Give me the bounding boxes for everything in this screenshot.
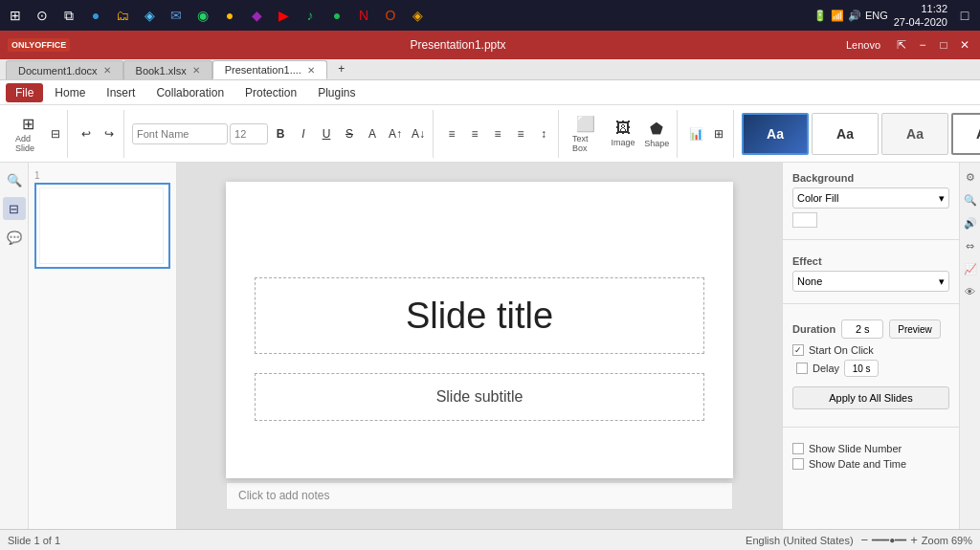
align-objects-btn[interactable]: ⊞ [708,123,729,144]
effect-chevron: ▾ [939,275,945,288]
menu-plugins[interactable]: Plugins [308,83,365,102]
explorer-icon[interactable]: 🗂 [111,4,134,27]
language-indicator: English (United States) [746,535,854,546]
slides-panel-icon[interactable]: ⊟ [3,197,26,220]
window-expand-btn[interactable]: ⇱ [894,37,909,53]
spotify-icon[interactable]: ● [325,4,348,27]
magnify-right-icon[interactable]: 🔍 [962,191,979,209]
window-maximize-btn[interactable]: □ [936,37,951,53]
tab-document[interactable]: Document1.docx ✕ [6,60,123,79]
slide-subtitle-text[interactable]: Slide subtitle [436,388,523,406]
slide-canvas[interactable]: Slide title Slide subtitle [226,182,733,478]
window-close-btn[interactable]: ✕ [957,37,972,53]
font-name-input[interactable] [132,123,228,144]
youtube-icon[interactable]: ▶ [272,4,295,27]
search-side-icon[interactable]: 🔍 [3,168,26,191]
menu-home[interactable]: Home [45,83,95,102]
slide-title-text[interactable]: Slide title [406,296,553,337]
slide-thumbnail[interactable] [34,183,170,269]
color-picker-box[interactable] [792,212,817,228]
align-right-btn[interactable]: ≡ [487,123,508,144]
line-spacing-btn[interactable]: ↕ [533,123,554,144]
edge-icon[interactable]: ● [84,4,107,27]
show-slide-number-checkbox[interactable] [792,443,804,454]
zoom-in-btn[interactable]: + [910,533,918,547]
font-size-input[interactable] [230,123,268,144]
tab-book-close[interactable]: ✕ [192,65,200,76]
onlyoffice-logo[interactable]: ONLYOFFICE [8,38,70,52]
chrome-icon[interactable]: ● [218,4,241,27]
strikethrough-btn[interactable]: S [339,123,360,144]
notes-bar[interactable]: Click to add notes [226,482,733,510]
italic-btn[interactable]: I [293,123,314,144]
shape-btn[interactable]: ⬟ Shape [640,117,673,151]
tab-book[interactable]: Book1.xlsx ✕ [123,60,212,79]
start-button[interactable]: ⊞ [4,4,27,27]
start-on-click-checkbox[interactable]: ✓ [792,344,804,356]
chart-right-icon[interactable]: 📈 [962,260,979,277]
redo-btn[interactable]: ↪ [99,123,120,144]
search-icon[interactable]: ⊙ [31,4,54,27]
eye-right-icon[interactable]: 👁 [962,283,979,300]
new-tab-btn[interactable]: + [331,58,352,79]
undo-btn[interactable]: ↩ [76,123,97,144]
underline-btn[interactable]: U [316,123,337,144]
align-left-btn[interactable]: ≡ [441,123,462,144]
show-date-checkbox[interactable] [792,458,804,470]
image-btn[interactable]: 🖼 Image [608,117,639,150]
whatsapp-icon[interactable]: ◉ [191,4,214,27]
theme-white-btn[interactable]: Aa [812,113,879,155]
bold-btn[interactable]: B [270,123,291,144]
apply-all-slides-btn[interactable]: Apply to All Slides [792,386,949,409]
zoom-out-btn[interactable]: − [861,533,869,547]
store-icon[interactable]: ◈ [138,4,161,27]
office-icon[interactable]: O [379,4,402,27]
preview-btn[interactable]: Preview [889,319,941,339]
slide-layout-btn[interactable]: ⊟ [49,123,63,144]
text-box-btn[interactable]: ⬜ Text Box [567,112,606,156]
delay-input[interactable] [844,360,879,377]
decrease-font-btn[interactable]: A↓ [408,123,429,144]
zoom-slider[interactable]: ━━━●━━ [872,535,906,545]
systray: 🔋 📶 🔊 ENG [813,10,888,22]
volume-right-icon[interactable]: 🔊 [962,214,979,231]
music-icon[interactable]: ♪ [299,4,322,27]
effect-value: None [797,275,822,287]
settings-right-icon[interactable]: ⚙ [962,168,979,186]
menu-protection[interactable]: Protection [235,83,306,102]
main-area: 🔍 ⊟ 💬 1 Slide title Slide subtitle [0,163,980,529]
tab-presentation-close[interactable]: ✕ [307,65,315,76]
effect-select[interactable]: None ▾ [792,271,949,292]
title-box[interactable]: Slide title [255,277,704,354]
color-fill-select[interactable]: Color Fill ▾ [792,187,949,209]
increase-font-btn[interactable]: A↑ [385,123,406,144]
window-minimize-btn[interactable]: − [915,37,930,53]
font-color-btn[interactable]: A [362,123,383,144]
theme-gray-btn[interactable]: Aa [881,113,948,155]
app1-icon[interactable]: ◆ [245,4,268,27]
tab-document-close[interactable]: ✕ [103,65,111,76]
toolbar-group-font: B I U S A A↑ A↓ [128,110,434,158]
mail-icon[interactable]: ✉ [165,4,188,27]
notification-icon[interactable]: □ [953,4,976,27]
theme-outline-btn[interactable]: Aa [951,113,980,155]
netflix-icon[interactable]: N [352,4,375,27]
chart-btn[interactable]: 📊 [685,123,706,144]
resize-right-icon[interactable]: ⇔ [962,237,979,254]
menu-file[interactable]: File [6,83,43,102]
align-center-btn[interactable]: ≡ [464,123,485,144]
stack-icon[interactable]: ◈ [406,4,429,27]
add-slide-btn[interactable]: ⊞ Add Slide [10,112,47,156]
toolbar-group-insert: ⬜ Text Box 🖼 Image ⬟ Shape [563,110,678,158]
tab-presentation[interactable]: Presentation1.... ✕ [212,60,327,79]
menu-collaboration[interactable]: Collaboration [146,83,234,102]
delay-checkbox[interactable] [796,363,808,374]
task-view-icon[interactable]: ⧉ [57,4,80,27]
theme-blue-btn[interactable]: Aa [742,113,809,155]
subtitle-box[interactable]: Slide subtitle [255,373,704,421]
align-justify-btn[interactable]: ≡ [510,123,531,144]
title-bar: ONLYOFFICE Presentation1.pptx Lenovo ⇱ −… [0,31,980,59]
comments-icon[interactable]: 💬 [3,226,26,249]
duration-input[interactable] [841,319,883,339]
menu-insert[interactable]: Insert [97,83,145,102]
